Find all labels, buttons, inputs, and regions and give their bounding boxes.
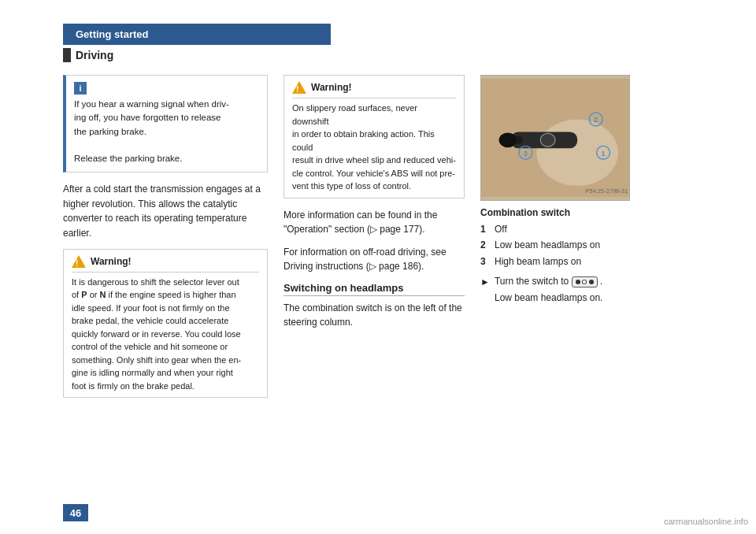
switch-diagram-svg: 2 3 1 P54.25-2798-31 <box>481 76 629 200</box>
caption-title: Combination switch <box>480 207 638 218</box>
caption-label-2: Low beam headlamps on <box>495 237 600 253</box>
warning-triangle-icon <box>72 255 86 268</box>
content-area: i If you hear a warning signal when driv… <box>63 75 756 407</box>
caption-item-3: 3 High beam lamps on <box>480 254 638 269</box>
body-text-mid-3: The combination switch is on the left of… <box>284 301 465 330</box>
info-icon: i <box>74 82 87 95</box>
subheading-headlamps: Switching on headlamps <box>284 282 465 296</box>
section-title-bar <box>63 48 71 62</box>
left-column: i If you hear a warning signal when driv… <box>63 75 268 407</box>
svg-point-5 <box>540 133 555 146</box>
right-column: 2 3 1 P54.25-2798-31 Combination switch … <box>480 75 638 407</box>
caption-item-2: 2 Low beam headlamps on <box>480 237 638 253</box>
svg-text:3: 3 <box>524 149 528 158</box>
warning-label-left: Warning! <box>91 254 132 269</box>
caption-label-3: High beam lamps on <box>495 254 581 269</box>
caption-label-1: Off <box>495 221 507 237</box>
switch-icon-label: O <box>582 278 587 286</box>
body-text-1: After a cold start the transmission enga… <box>63 182 268 240</box>
arrow-instruction: ► Turn the switch to O . <box>480 276 638 287</box>
svg-text:1: 1 <box>601 149 605 158</box>
watermark: carmanualsonline.info <box>664 517 748 526</box>
page-number: 46 <box>63 504 88 521</box>
switch-image: 2 3 1 P54.25-2798-31 <box>480 75 630 201</box>
warning-label-mid: Warning! <box>311 80 352 95</box>
switch-dot-left <box>576 280 580 284</box>
warning-text-left: It is dangerous to shift the selector le… <box>72 276 259 393</box>
caption-num-1: 1 <box>480 221 491 237</box>
turn-switch-text: Turn the switch to <box>495 276 569 287</box>
section-title: Driving <box>63 48 756 62</box>
low-beam-text: Low beam headlamps on. <box>495 291 638 305</box>
switch-dot-right <box>589 280 594 284</box>
turn-switch-suffix: . <box>600 276 602 287</box>
section-label: Driving <box>76 49 113 61</box>
mid-column: Warning! On slippery road surfaces, neve… <box>284 75 465 407</box>
caption-num-2: 2 <box>480 237 491 253</box>
warning-header-mid: Warning! <box>292 80 456 98</box>
info-box: i If you hear a warning signal when driv… <box>63 75 268 172</box>
header-bar: Getting started <box>63 24 331 45</box>
switch-icon: O <box>572 276 598 287</box>
warning-text-mid: On slippery road surfaces, never downshi… <box>292 102 456 193</box>
warning-box-left: Warning! It is dangerous to shift the se… <box>63 249 268 399</box>
warning-triangle-mid-icon <box>292 81 306 94</box>
svg-point-1 <box>537 120 618 187</box>
svg-text:2: 2 <box>594 115 598 124</box>
warning-header-left: Warning! <box>72 254 259 273</box>
warning-box-mid: Warning! On slippery road surfaces, neve… <box>284 75 465 198</box>
body-text-mid-1: More information can be found in the "Op… <box>284 208 465 237</box>
arrow-bullet-icon: ► <box>480 276 490 287</box>
body-text-mid-2: For information on off-road driving, see… <box>284 245 465 274</box>
caption-list: 1 Off 2 Low beam headlamps on 3 High bea… <box>480 221 638 269</box>
svg-text:P54.25-2798-31: P54.25-2798-31 <box>585 188 628 195</box>
arrow-instruction-text: Turn the switch to O . <box>495 276 602 287</box>
caption-num-3: 3 <box>480 254 491 269</box>
caption-item-1: 1 Off <box>480 221 638 237</box>
header-title: Getting started <box>76 28 148 40</box>
info-box-text: If you hear a warning signal when driv- … <box>74 98 259 165</box>
svg-point-4 <box>499 132 517 147</box>
